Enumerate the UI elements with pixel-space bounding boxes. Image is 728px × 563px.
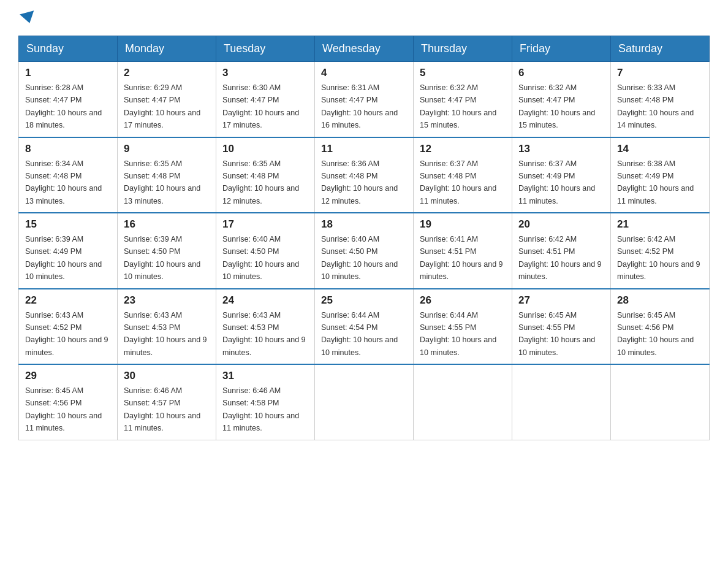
day-info: Sunrise: 6:43 AMSunset: 4:53 PMDaylight:… — [222, 311, 306, 357]
calendar-day-cell: 5 Sunrise: 6:32 AMSunset: 4:47 PMDayligh… — [414, 62, 512, 137]
day-info: Sunrise: 6:38 AMSunset: 4:49 PMDaylight:… — [617, 159, 694, 205]
calendar-day-header: Saturday — [611, 36, 710, 62]
calendar-day-cell: 29 Sunrise: 6:45 AMSunset: 4:56 PMDaylig… — [19, 364, 118, 440]
day-info: Sunrise: 6:32 AMSunset: 4:47 PMDaylight:… — [420, 83, 496, 129]
day-number: 5 — [420, 67, 506, 79]
calendar-day-header: Sunday — [19, 36, 118, 62]
calendar-day-cell: 23 Sunrise: 6:43 AMSunset: 4:53 PMDaylig… — [118, 289, 216, 365]
calendar-day-cell: 17 Sunrise: 6:40 AMSunset: 4:50 PMDaylig… — [216, 213, 315, 289]
day-number: 21 — [617, 218, 703, 231]
day-info: Sunrise: 6:36 AMSunset: 4:48 PMDaylight:… — [321, 159, 398, 205]
logo — [18, 12, 36, 23]
day-info: Sunrise: 6:43 AMSunset: 4:52 PMDaylight:… — [25, 311, 108, 357]
page-header — [18, 12, 710, 23]
calendar-header-row: SundayMondayTuesdayWednesdayThursdayFrid… — [19, 36, 710, 62]
calendar-day-cell: 12 Sunrise: 6:37 AMSunset: 4:48 PMDaylig… — [414, 137, 512, 213]
calendar-day-header: Monday — [118, 36, 216, 62]
day-info: Sunrise: 6:35 AMSunset: 4:48 PMDaylight:… — [222, 159, 299, 205]
day-info: Sunrise: 6:42 AMSunset: 4:51 PMDaylight:… — [518, 235, 602, 281]
day-number: 17 — [222, 218, 308, 231]
calendar-day-cell: 26 Sunrise: 6:44 AMSunset: 4:55 PMDaylig… — [414, 289, 512, 365]
day-info: Sunrise: 6:43 AMSunset: 4:53 PMDaylight:… — [124, 311, 207, 357]
calendar-day-header: Thursday — [414, 36, 512, 62]
calendar-day-cell — [315, 364, 414, 440]
day-info: Sunrise: 6:42 AMSunset: 4:52 PMDaylight:… — [617, 235, 700, 281]
day-info: Sunrise: 6:39 AMSunset: 4:50 PMDaylight:… — [124, 235, 200, 281]
day-info: Sunrise: 6:46 AMSunset: 4:58 PMDaylight:… — [222, 386, 299, 432]
calendar-week-row: 29 Sunrise: 6:45 AMSunset: 4:56 PMDaylig… — [19, 364, 710, 440]
day-info: Sunrise: 6:46 AMSunset: 4:57 PMDaylight:… — [124, 386, 200, 432]
day-number: 20 — [518, 218, 604, 231]
day-info: Sunrise: 6:29 AMSunset: 4:47 PMDaylight:… — [124, 83, 200, 129]
calendar-day-cell: 10 Sunrise: 6:35 AMSunset: 4:48 PMDaylig… — [216, 137, 315, 213]
calendar-day-cell: 25 Sunrise: 6:44 AMSunset: 4:54 PMDaylig… — [315, 289, 414, 365]
calendar-week-row: 15 Sunrise: 6:39 AMSunset: 4:49 PMDaylig… — [19, 213, 710, 289]
day-info: Sunrise: 6:40 AMSunset: 4:50 PMDaylight:… — [222, 235, 299, 281]
day-info: Sunrise: 6:34 AMSunset: 4:48 PMDaylight:… — [25, 159, 102, 205]
calendar-day-cell: 9 Sunrise: 6:35 AMSunset: 4:48 PMDayligh… — [118, 137, 216, 213]
day-number: 29 — [25, 370, 111, 382]
day-number: 16 — [124, 218, 210, 231]
day-number: 12 — [420, 143, 506, 155]
day-info: Sunrise: 6:33 AMSunset: 4:48 PMDaylight:… — [617, 83, 694, 129]
day-number: 18 — [321, 218, 407, 231]
day-info: Sunrise: 6:31 AMSunset: 4:47 PMDaylight:… — [321, 83, 398, 129]
day-number: 25 — [321, 294, 407, 307]
day-number: 14 — [617, 143, 703, 155]
logo-triangle-icon — [20, 10, 37, 25]
day-info: Sunrise: 6:37 AMSunset: 4:49 PMDaylight:… — [518, 159, 595, 205]
calendar-day-cell — [611, 364, 710, 440]
day-number: 2 — [124, 67, 210, 79]
day-number: 4 — [321, 67, 407, 79]
day-number: 3 — [222, 67, 308, 79]
day-info: Sunrise: 6:44 AMSunset: 4:55 PMDaylight:… — [420, 311, 496, 357]
day-number: 27 — [518, 294, 604, 307]
calendar-day-cell — [512, 364, 611, 440]
calendar-day-cell: 19 Sunrise: 6:41 AMSunset: 4:51 PMDaylig… — [414, 213, 512, 289]
day-number: 7 — [617, 67, 703, 79]
calendar-day-cell: 1 Sunrise: 6:28 AMSunset: 4:47 PMDayligh… — [19, 62, 118, 137]
day-number: 8 — [25, 143, 111, 155]
day-number: 19 — [420, 218, 506, 231]
calendar-day-cell: 20 Sunrise: 6:42 AMSunset: 4:51 PMDaylig… — [512, 213, 611, 289]
calendar-table: SundayMondayTuesdayWednesdayThursdayFrid… — [18, 36, 710, 440]
calendar-week-row: 8 Sunrise: 6:34 AMSunset: 4:48 PMDayligh… — [19, 137, 710, 213]
calendar-day-header: Friday — [512, 36, 611, 62]
day-number: 1 — [25, 67, 111, 79]
day-info: Sunrise: 6:44 AMSunset: 4:54 PMDaylight:… — [321, 311, 398, 357]
day-info: Sunrise: 6:28 AMSunset: 4:47 PMDaylight:… — [25, 83, 102, 129]
calendar-day-cell: 11 Sunrise: 6:36 AMSunset: 4:48 PMDaylig… — [315, 137, 414, 213]
calendar-day-cell: 16 Sunrise: 6:39 AMSunset: 4:50 PMDaylig… — [118, 213, 216, 289]
day-info: Sunrise: 6:41 AMSunset: 4:51 PMDaylight:… — [420, 235, 503, 281]
day-number: 6 — [518, 67, 604, 79]
calendar-day-cell: 14 Sunrise: 6:38 AMSunset: 4:49 PMDaylig… — [611, 137, 710, 213]
day-info: Sunrise: 6:30 AMSunset: 4:47 PMDaylight:… — [222, 83, 299, 129]
calendar-day-cell: 3 Sunrise: 6:30 AMSunset: 4:47 PMDayligh… — [216, 62, 315, 137]
calendar-day-cell: 7 Sunrise: 6:33 AMSunset: 4:48 PMDayligh… — [611, 62, 710, 137]
day-info: Sunrise: 6:35 AMSunset: 4:48 PMDaylight:… — [124, 159, 200, 205]
calendar-day-cell: 22 Sunrise: 6:43 AMSunset: 4:52 PMDaylig… — [19, 289, 118, 365]
day-number: 31 — [222, 370, 308, 382]
calendar-day-header: Tuesday — [216, 36, 315, 62]
calendar-day-cell: 27 Sunrise: 6:45 AMSunset: 4:55 PMDaylig… — [512, 289, 611, 365]
day-number: 30 — [124, 370, 210, 382]
day-number: 11 — [321, 143, 407, 155]
day-info: Sunrise: 6:37 AMSunset: 4:48 PMDaylight:… — [420, 159, 496, 205]
calendar-week-row: 22 Sunrise: 6:43 AMSunset: 4:52 PMDaylig… — [19, 289, 710, 365]
day-number: 13 — [518, 143, 604, 155]
calendar-day-cell: 8 Sunrise: 6:34 AMSunset: 4:48 PMDayligh… — [19, 137, 118, 213]
calendar-day-cell: 6 Sunrise: 6:32 AMSunset: 4:47 PMDayligh… — [512, 62, 611, 137]
calendar-day-cell: 21 Sunrise: 6:42 AMSunset: 4:52 PMDaylig… — [611, 213, 710, 289]
day-info: Sunrise: 6:39 AMSunset: 4:49 PMDaylight:… — [25, 235, 102, 281]
calendar-day-cell: 24 Sunrise: 6:43 AMSunset: 4:53 PMDaylig… — [216, 289, 315, 365]
day-number: 28 — [617, 294, 703, 307]
calendar-day-cell — [414, 364, 512, 440]
calendar-day-cell: 13 Sunrise: 6:37 AMSunset: 4:49 PMDaylig… — [512, 137, 611, 213]
calendar-day-cell: 4 Sunrise: 6:31 AMSunset: 4:47 PMDayligh… — [315, 62, 414, 137]
calendar-day-cell: 2 Sunrise: 6:29 AMSunset: 4:47 PMDayligh… — [118, 62, 216, 137]
day-number: 10 — [222, 143, 308, 155]
day-info: Sunrise: 6:32 AMSunset: 4:47 PMDaylight:… — [518, 83, 595, 129]
day-info: Sunrise: 6:40 AMSunset: 4:50 PMDaylight:… — [321, 235, 398, 281]
calendar-day-cell: 28 Sunrise: 6:45 AMSunset: 4:56 PMDaylig… — [611, 289, 710, 365]
day-info: Sunrise: 6:45 AMSunset: 4:56 PMDaylight:… — [25, 386, 102, 432]
